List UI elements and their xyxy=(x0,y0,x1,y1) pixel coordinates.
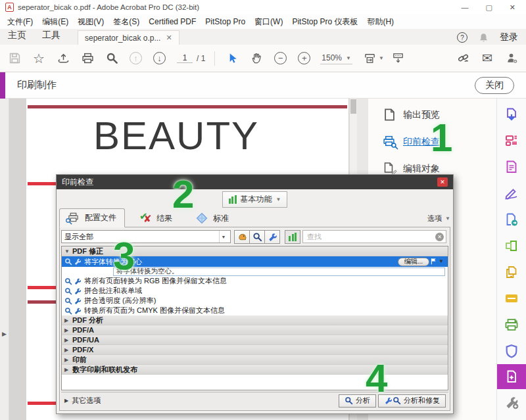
search-icon[interactable] xyxy=(105,52,118,65)
fit-width-caret-icon[interactable]: ▼ xyxy=(379,55,384,61)
add-account-icon[interactable] xyxy=(505,52,518,65)
menu-file[interactable]: 文件(F) xyxy=(3,15,37,29)
maximize-button[interactable]: ▢ xyxy=(485,3,492,12)
wrench-icon xyxy=(74,297,82,305)
fill-sign-icon[interactable] xyxy=(497,180,526,206)
group-row-pdfa[interactable]: ▶PDF/A xyxy=(62,325,448,335)
zoom-level-value: 150% xyxy=(322,53,342,62)
export-pdf-icon[interactable] xyxy=(497,101,526,128)
tools-sidebar xyxy=(496,99,526,420)
previous-page-icon[interactable]: ↑ xyxy=(130,52,142,64)
profile-view-button[interactable] xyxy=(234,230,250,244)
hand-tool-icon[interactable] xyxy=(250,52,263,65)
page-number-input[interactable] xyxy=(177,53,193,63)
print-production-icon[interactable] xyxy=(497,364,526,389)
menu-window[interactable]: 窗口(W) xyxy=(250,15,287,29)
annotation-step-3: 3 xyxy=(113,237,135,276)
create-pdf-icon[interactable] xyxy=(497,128,526,154)
select-tool-icon[interactable] xyxy=(226,52,239,64)
share-upload-icon[interactable] xyxy=(57,52,70,65)
sign-in-link[interactable]: 登录 xyxy=(500,32,518,43)
results-check-cross-icon: ✔ ✘ xyxy=(139,212,153,224)
options-menu[interactable]: 选项 ▼ xyxy=(427,214,450,227)
save-icon[interactable] xyxy=(8,52,21,65)
wrench-icon xyxy=(74,277,82,285)
add-tools-icon[interactable] xyxy=(497,389,526,415)
scrollbar-thumb[interactable] xyxy=(350,99,356,114)
crop-pages-icon[interactable] xyxy=(497,233,526,259)
magnifier-icon xyxy=(64,297,72,305)
library-selector-button[interactable]: 基本功能 ▼ xyxy=(222,191,288,208)
preflight-dialog-title: 印前检查 xyxy=(62,177,93,188)
dialog-close-icon[interactable]: ✕ xyxy=(437,177,448,187)
combine-files-icon[interactable] xyxy=(497,259,526,285)
menu-sign[interactable]: 签名(S) xyxy=(108,15,144,29)
magnifier-icon xyxy=(64,287,72,295)
tab-profiles[interactable]: 配置文件 xyxy=(59,208,125,227)
print-icon[interactable] xyxy=(81,52,94,65)
profiles-printer-icon xyxy=(68,212,81,223)
help-icon[interactable]: ? xyxy=(457,32,467,43)
page-count-label: / 1 xyxy=(197,54,205,63)
annotation-step-4: 4 xyxy=(366,359,387,398)
flag-icon[interactable] xyxy=(430,258,437,265)
tab-tools[interactable]: 工具 xyxy=(34,28,68,45)
preflight-icon xyxy=(383,135,396,149)
menu-edit[interactable]: 编辑(E) xyxy=(37,15,73,29)
clear-search-icon[interactable]: ✕ xyxy=(435,233,444,241)
essentials-bars-icon xyxy=(229,195,237,204)
send-file-icon[interactable] xyxy=(497,206,526,233)
star-favorites-icon[interactable]: ☆ xyxy=(32,52,45,65)
tab-close-icon[interactable]: ✕ xyxy=(166,34,172,42)
show-all-dropdown[interactable]: 显示全部 ▼ xyxy=(61,230,231,243)
group-row-pdfx[interactable]: ▶PDF/X xyxy=(62,345,448,355)
list-row[interactable]: 转换所有页面为 CMYK 图像并保留文本信息 xyxy=(62,306,448,315)
checks-view-button[interactable] xyxy=(249,230,265,244)
group-row-digital-printing[interactable]: ▶数字印刷和联机发布 xyxy=(62,365,448,375)
edit-pdf-icon[interactable] xyxy=(497,154,526,180)
tab-document[interactable]: seperator_bicak o.p... ✕ xyxy=(78,30,179,45)
search-input[interactable] xyxy=(302,230,446,243)
preflight-dialog-titlebar[interactable]: 印前检查 ✕ xyxy=(57,175,453,189)
analyze-and-fix-button[interactable]: 分析和修复 xyxy=(378,394,446,408)
tab-standards[interactable]: 标准 xyxy=(188,210,237,227)
other-options-toggle[interactable]: ▶ 其它选项 xyxy=(61,396,101,406)
minimize-button[interactable]: — xyxy=(461,3,468,12)
notifications-bell-icon[interactable] xyxy=(478,32,489,43)
tab-home[interactable]: 主页 xyxy=(0,28,34,45)
scan-ocr-icon[interactable] xyxy=(497,312,526,338)
zoom-in-icon[interactable]: + xyxy=(298,52,310,64)
zoom-level-select[interactable]: 150% ▼ xyxy=(320,52,352,64)
nav-pane-toggle-icon[interactable]: ▶ xyxy=(2,331,7,337)
menu-help[interactable]: 帮助(H) xyxy=(362,15,398,29)
menu-pitstop-dashboard[interactable]: PitStop Pro 仪表板 xyxy=(287,15,362,29)
dialog-bottom-bar: ▶ 其它选项 分析 分析和修复 xyxy=(61,392,448,409)
protect-icon[interactable] xyxy=(497,338,526,364)
group-row-prepress[interactable]: ▶印前 xyxy=(62,355,448,365)
edit-profile-button[interactable]: 编辑... xyxy=(398,258,429,266)
preflight-dialog: 印前检查 ✕ 基本功能 ▼ 配置文件 ✔ ✘ xyxy=(56,174,454,414)
scroll-mode-icon[interactable] xyxy=(392,52,405,65)
menu-pitstop-pro[interactable]: PitStop Pro xyxy=(201,16,250,28)
fit-width-icon[interactable] xyxy=(364,52,377,65)
menu-view[interactable]: 视图(V) xyxy=(73,15,108,29)
list-row[interactable]: 拼合批注和表单域 xyxy=(62,286,448,296)
menu-certified-pdf[interactable]: Certified PDF xyxy=(144,16,201,28)
email-icon[interactable]: ✉ xyxy=(481,52,494,65)
group-row-pdf-analysis[interactable]: ▶PDF 分析 xyxy=(62,315,448,325)
group-row-pdfua[interactable]: ▶PDF/UA xyxy=(62,335,448,345)
next-page-icon[interactable]: ↓ xyxy=(153,52,166,64)
close-window-button[interactable]: ✕ xyxy=(510,3,515,12)
zoom-out-icon[interactable]: − xyxy=(274,52,287,64)
essentials-filter-button[interactable] xyxy=(285,230,300,244)
magnifier-icon xyxy=(64,277,72,285)
wrench-icon xyxy=(268,232,277,242)
fixups-view-button[interactable] xyxy=(264,230,280,244)
comment-icon[interactable] xyxy=(497,285,526,312)
navigation-pane-strip[interactable] xyxy=(0,99,9,420)
print-production-header: 印刷制作 关闭 xyxy=(0,72,526,99)
acrobat-app-icon: A xyxy=(5,3,14,12)
close-tool-button[interactable]: 关闭 xyxy=(475,77,514,94)
list-row[interactable]: 拼合透明度 (高分辨率) xyxy=(62,296,448,306)
share-link-icon[interactable] xyxy=(456,52,469,65)
